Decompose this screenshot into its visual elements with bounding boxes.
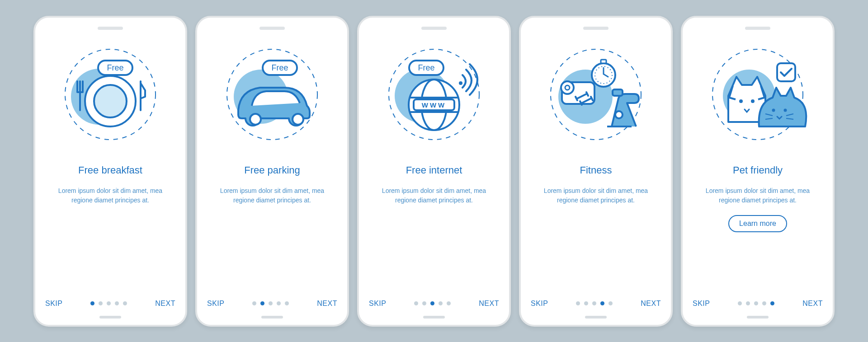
page-dot[interactable]	[738, 301, 742, 305]
page-dot[interactable]	[576, 301, 580, 305]
phone-speaker	[98, 27, 123, 30]
svg-point-3	[94, 85, 127, 117]
onboarding-screen-breakfast: Free Free breakfast Lorem ipsum dolor si…	[33, 16, 187, 327]
svg-point-23	[561, 81, 574, 94]
page-dot[interactable]	[609, 301, 613, 305]
pet-icon	[706, 42, 810, 146]
svg-point-29	[615, 111, 623, 118]
next-button[interactable]: NEXT	[155, 300, 175, 308]
onboarding-title: Free parking	[244, 164, 300, 176]
page-dot[interactable]	[762, 301, 766, 305]
onboarding-screen-internet: WWW Free Free internet Lorem ipsum dolor…	[357, 16, 511, 327]
onboarding-nav: SKIP NEXT	[693, 300, 823, 308]
page-dot[interactable]	[600, 301, 604, 305]
page-dots	[252, 301, 289, 305]
onboarding-screen-pet: Pet friendly Lorem ipsum dolor sit dim a…	[681, 16, 835, 327]
onboarding-title: Free internet	[406, 164, 462, 176]
onboarding-body: Lorem ipsum dolor sit dim amet, mea regi…	[56, 186, 165, 205]
phone-speaker	[259, 27, 285, 30]
page-dot[interactable]	[252, 301, 256, 305]
page-dot[interactable]	[422, 301, 426, 305]
breakfast-icon: Free	[58, 42, 162, 146]
page-dot[interactable]	[447, 301, 451, 305]
page-dot[interactable]	[430, 301, 434, 305]
skip-button[interactable]: SKIP	[207, 300, 224, 308]
page-dot[interactable]	[123, 301, 127, 305]
page-dot[interactable]	[770, 301, 774, 305]
onboarding-body: Lorem ipsum dolor sit dim amet, mea regi…	[703, 186, 812, 205]
svg-text:Free: Free	[271, 63, 288, 72]
home-indicator	[99, 316, 121, 319]
skip-button[interactable]: SKIP	[693, 300, 710, 308]
page-dots	[90, 301, 127, 305]
fitness-icon	[544, 42, 648, 146]
next-button[interactable]: NEXT	[641, 300, 661, 308]
page-dot[interactable]	[746, 301, 750, 305]
onboarding-nav: SKIP NEXT	[45, 300, 175, 308]
svg-point-32	[739, 99, 743, 103]
page-dot[interactable]	[754, 301, 758, 305]
onboarding-title: Free breakfast	[78, 164, 142, 176]
skip-button[interactable]: SKIP	[531, 300, 548, 308]
page-dot[interactable]	[592, 301, 596, 305]
globe-icon: WWW Free	[382, 42, 486, 146]
page-dot[interactable]	[285, 301, 289, 305]
page-dot[interactable]	[90, 301, 94, 305]
svg-rect-28	[613, 89, 623, 96]
svg-point-35	[784, 108, 787, 112]
onboarding-nav: SKIP NEXT	[207, 300, 337, 308]
svg-point-34	[772, 108, 775, 112]
home-indicator	[585, 316, 607, 319]
phone-speaker	[745, 27, 770, 30]
svg-point-17	[459, 81, 462, 85]
page-dots	[576, 301, 613, 305]
skip-button[interactable]: SKIP	[369, 300, 386, 308]
page-dot[interactable]	[260, 301, 264, 305]
onboarding-screen-fitness: Fitness Lorem ipsum dolor sit dim amet, …	[519, 16, 673, 327]
page-dot[interactable]	[107, 301, 111, 305]
onboarding-nav: SKIP NEXT	[531, 300, 661, 308]
onboarding-body: Lorem ipsum dolor sit dim amet, mea regi…	[380, 186, 488, 205]
svg-text:WWW: WWW	[422, 101, 446, 109]
svg-point-8	[292, 114, 303, 125]
onboarding-title: Pet friendly	[733, 164, 783, 176]
onboarding-body: Lorem ipsum dolor sit dim amet, mea regi…	[218, 186, 326, 205]
svg-text:Free: Free	[418, 63, 434, 72]
page-dots	[414, 301, 451, 305]
svg-point-33	[751, 99, 755, 103]
next-button[interactable]: NEXT	[802, 300, 823, 308]
onboarding-title: Fitness	[580, 164, 612, 176]
phone-speaker	[583, 27, 609, 30]
home-indicator	[747, 316, 769, 319]
page-dot[interactable]	[269, 301, 273, 305]
page-dots	[738, 301, 774, 305]
page-dot[interactable]	[584, 301, 588, 305]
onboarding-nav: SKIP NEXT	[369, 300, 499, 308]
svg-rect-26	[601, 60, 606, 63]
home-indicator	[423, 316, 445, 319]
home-indicator	[261, 316, 283, 319]
page-dot[interactable]	[439, 301, 443, 305]
car-icon: Free	[220, 42, 324, 146]
page-dot[interactable]	[277, 301, 281, 305]
next-button[interactable]: NEXT	[317, 300, 337, 308]
learn-more-button[interactable]: Learn more	[728, 215, 787, 232]
free-badge-text: Free	[107, 63, 123, 72]
page-dot[interactable]	[99, 301, 103, 305]
phone-speaker	[421, 27, 447, 30]
page-dot[interactable]	[115, 301, 119, 305]
next-button[interactable]: NEXT	[479, 300, 499, 308]
onboarding-screen-parking: Free Free parking Lorem ipsum dolor sit …	[195, 16, 349, 327]
onboarding-body: Lorem ipsum dolor sit dim amet, mea regi…	[542, 186, 650, 205]
svg-point-7	[250, 114, 261, 125]
skip-button[interactable]: SKIP	[45, 300, 62, 308]
page-dot[interactable]	[414, 301, 418, 305]
